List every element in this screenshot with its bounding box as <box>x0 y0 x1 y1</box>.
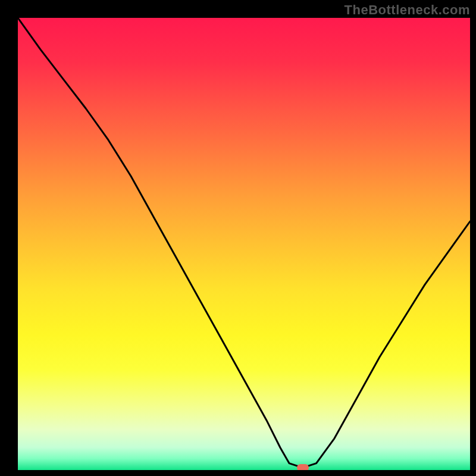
bottleneck-curve <box>18 18 470 470</box>
optimal-marker <box>297 464 309 470</box>
chart-stage: TheBottleneck.com <box>0 0 476 476</box>
plot-area <box>18 18 470 470</box>
watermark-text: TheBottleneck.com <box>345 2 470 18</box>
